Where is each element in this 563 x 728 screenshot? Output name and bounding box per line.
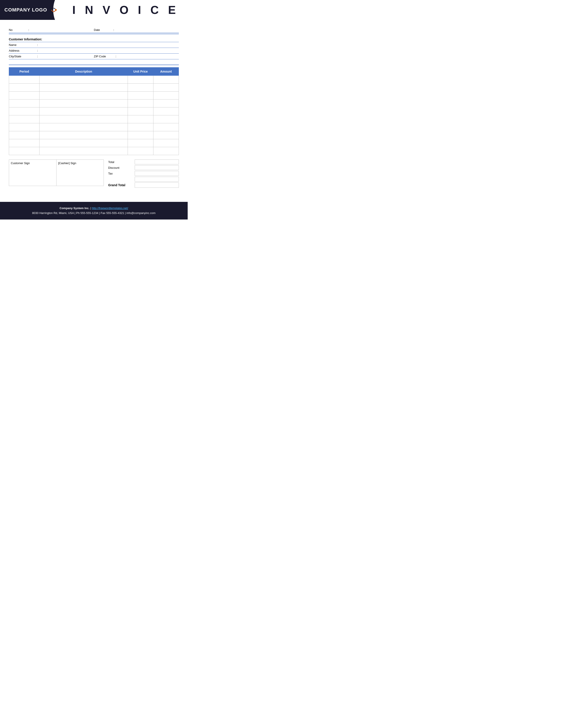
total-row: Total bbox=[108, 159, 179, 164]
table-cell-description-8 bbox=[39, 139, 128, 147]
col-unit-price-header: Unit Price bbox=[128, 68, 153, 76]
table-cell-description-6 bbox=[39, 123, 128, 131]
invoice-date-field: Date : bbox=[94, 28, 179, 32]
cashier-sign-box: [Cashier] Sign bbox=[56, 159, 104, 186]
table-row bbox=[9, 99, 179, 107]
grand-total-row: Grand Total bbox=[108, 182, 179, 188]
cashier-sign-label: [Cashier] Sign bbox=[58, 161, 76, 165]
invoice-no-field: No : bbox=[9, 28, 94, 32]
customer-cityzip-row: City/State : ZIP Code : bbox=[9, 54, 179, 59]
extra-row bbox=[108, 177, 179, 182]
name-colon: : bbox=[37, 43, 38, 47]
table-cell-description-0 bbox=[39, 76, 128, 84]
header: COMPANY LOGO I N V O I C E bbox=[0, 0, 188, 20]
date-colon: : bbox=[113, 28, 114, 32]
table-cell-amount-1 bbox=[153, 84, 179, 92]
table-cell-amount-3 bbox=[153, 99, 179, 107]
date-label: Date bbox=[94, 28, 111, 32]
table-cell-amount-8 bbox=[153, 139, 179, 147]
discount-value-box bbox=[135, 165, 179, 170]
table-row bbox=[9, 92, 179, 99]
spacer1 bbox=[9, 59, 179, 64]
table-cell-period-5 bbox=[9, 115, 39, 123]
table-cell-unit_price-9 bbox=[128, 147, 153, 155]
invoice-table: Period Description Unit Price Amount bbox=[9, 67, 179, 155]
footer-website[interactable]: http://freewordtemplates.net/ bbox=[92, 206, 128, 210]
table-cell-unit_price-4 bbox=[128, 107, 153, 115]
zip-label: ZIP Code bbox=[94, 55, 114, 58]
tax-label: Tax bbox=[108, 172, 135, 175]
footer-company-name: Company System Inc. bbox=[60, 206, 89, 210]
table-cell-unit_price-2 bbox=[128, 92, 153, 99]
grand-total-label: Grand Total bbox=[108, 183, 135, 187]
table-cell-unit_price-8 bbox=[128, 139, 153, 147]
city-label: City/State bbox=[9, 55, 35, 58]
table-cell-unit_price-6 bbox=[128, 123, 153, 131]
customer-name-row: Name : bbox=[9, 42, 179, 48]
table-cell-unit_price-3 bbox=[128, 99, 153, 107]
svg-point-0 bbox=[55, 9, 57, 11]
company-logo-label: COMPANY LOGO bbox=[4, 7, 47, 13]
table-cell-unit_price-7 bbox=[128, 131, 153, 139]
col-period-header: Period bbox=[9, 68, 39, 76]
body-content: No : Date : Customer Information: Name :… bbox=[0, 20, 188, 193]
bottom-section: Customer Sign [Cashier] Sign Total Disco… bbox=[9, 159, 179, 189]
table-row bbox=[9, 84, 179, 92]
customer-sign-label: Customer Sign bbox=[11, 161, 30, 165]
footer-line1: Company System Inc. | http://freewordtem… bbox=[4, 206, 183, 211]
table-cell-amount-5 bbox=[153, 115, 179, 123]
table-cell-amount-0 bbox=[153, 76, 179, 84]
table-cell-description-7 bbox=[39, 131, 128, 139]
footer-line2: 8030 Harrington Rd, Miami, USA | Ph 555-… bbox=[4, 211, 183, 216]
table-row bbox=[9, 139, 179, 147]
divider-customer bbox=[9, 65, 179, 65]
table-cell-period-1 bbox=[9, 84, 39, 92]
table-cell-period-3 bbox=[9, 99, 39, 107]
table-cell-unit_price-5 bbox=[128, 115, 153, 123]
table-row bbox=[9, 123, 179, 131]
table-cell-amount-4 bbox=[153, 107, 179, 115]
table-cell-unit_price-0 bbox=[128, 76, 153, 84]
customer-address-row: Address : bbox=[9, 48, 179, 54]
table-header-row: Period Description Unit Price Amount bbox=[9, 68, 179, 76]
table-cell-period-7 bbox=[9, 131, 39, 139]
address-colon: : bbox=[37, 49, 38, 52]
col-amount-header: Amount bbox=[153, 68, 179, 76]
zip-part: ZIP Code : bbox=[94, 55, 179, 58]
address-label: Address bbox=[9, 49, 35, 52]
table-cell-amount-7 bbox=[153, 131, 179, 139]
zip-colon: : bbox=[115, 55, 116, 58]
total-value-box bbox=[135, 159, 179, 164]
divider-meta bbox=[9, 33, 179, 33]
table-cell-period-9 bbox=[9, 147, 39, 155]
table-cell-period-6 bbox=[9, 123, 39, 131]
name-label: Name bbox=[9, 43, 35, 47]
table-row bbox=[9, 131, 179, 139]
tax-value-box bbox=[135, 171, 179, 176]
customer-section-title: Customer Information: bbox=[9, 37, 179, 42]
totals-section: Total Discount Tax Grand Total bbox=[108, 159, 179, 189]
city-colon: : bbox=[37, 55, 38, 58]
sign-section: Customer Sign [Cashier] Sign bbox=[9, 159, 104, 186]
table-cell-amount-2 bbox=[153, 92, 179, 99]
total-label: Total bbox=[108, 160, 135, 164]
table-cell-period-4 bbox=[9, 107, 39, 115]
no-label: No bbox=[9, 28, 26, 32]
logo-area: COMPANY LOGO bbox=[0, 0, 66, 20]
invoice-title-area: I N V O I C E bbox=[66, 0, 188, 20]
customer-sign-box: Customer Sign bbox=[9, 159, 56, 186]
no-colon: : bbox=[28, 28, 29, 32]
table-cell-unit_price-1 bbox=[128, 84, 153, 92]
invoice-title: I N V O I C E bbox=[72, 3, 179, 17]
customer-section: Customer Information: Name : Address : C… bbox=[9, 37, 179, 59]
discount-label: Discount bbox=[108, 166, 135, 169]
table-cell-amount-6 bbox=[153, 123, 179, 131]
city-part: City/State : bbox=[9, 55, 94, 58]
table-cell-description-5 bbox=[39, 115, 128, 123]
table-cell-period-8 bbox=[9, 139, 39, 147]
table-cell-period-2 bbox=[9, 92, 39, 99]
table-row bbox=[9, 107, 179, 115]
discount-row: Discount bbox=[108, 165, 179, 170]
tax-row: Tax bbox=[108, 171, 179, 176]
table-cell-description-1 bbox=[39, 84, 128, 92]
